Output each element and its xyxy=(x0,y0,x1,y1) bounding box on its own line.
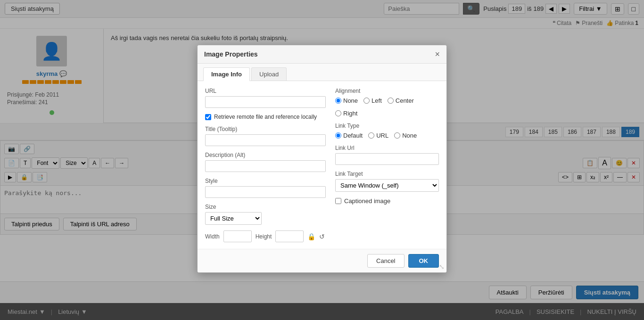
style-input[interactable] xyxy=(205,186,326,198)
width-input[interactable] xyxy=(223,230,252,242)
retrieve-checkbox[interactable] xyxy=(205,114,211,120)
style-group: Style xyxy=(205,178,326,198)
lock-icon[interactable]: 🔒 xyxy=(307,233,315,240)
dialog-close-button[interactable]: × xyxy=(435,50,440,58)
captioned-checkbox[interactable] xyxy=(335,198,341,204)
align-none-option[interactable]: None xyxy=(335,97,358,104)
link-url-group: Link Url xyxy=(335,145,439,165)
description-input[interactable] xyxy=(205,160,326,172)
size-label: Size xyxy=(205,204,326,210)
align-right-radio[interactable] xyxy=(335,110,341,116)
link-type-group: Link Type Default URL None xyxy=(335,123,439,139)
align-left-radio[interactable] xyxy=(363,98,370,104)
link-url-input[interactable] xyxy=(335,153,439,165)
description-label: Description (Alt) xyxy=(205,152,326,158)
title-label: Title (Tooltip) xyxy=(205,126,326,132)
image-properties-dialog: Image Properties × Image Info Upload URL… xyxy=(197,45,447,273)
size-dropdown[interactable]: Full Size Medium Small Custom xyxy=(205,212,262,225)
dialog-ok-button[interactable]: OK xyxy=(408,254,439,268)
captioned-row: Captioned image xyxy=(335,197,439,205)
link-target-dropdown[interactable]: Same Window (_self) New Window (_blank) … xyxy=(335,179,439,192)
align-center-radio[interactable] xyxy=(388,98,394,104)
alignment-radio-row: None Left Center Right xyxy=(335,97,439,117)
tab-upload[interactable]: Upload xyxy=(251,67,287,81)
dialog-right-column: Alignment None Left Center xyxy=(335,88,439,242)
align-right-option[interactable]: Right xyxy=(335,110,357,117)
retrieve-label: Retrieve remote file and reference local… xyxy=(214,114,317,120)
dialog-footer: Cancel OK xyxy=(198,249,446,272)
title-input[interactable] xyxy=(205,134,326,146)
link-none-label: None xyxy=(402,132,417,139)
link-url-radio[interactable] xyxy=(368,132,374,139)
style-label: Style xyxy=(205,178,326,184)
dialog-header: Image Properties × xyxy=(198,45,446,64)
resize-handle-icon[interactable]: ⤡ xyxy=(439,263,445,271)
link-url-label: URL xyxy=(376,132,388,139)
dialog-cancel-button[interactable]: Cancel xyxy=(367,254,404,268)
alignment-label: Alignment xyxy=(335,88,439,94)
url-label: URL xyxy=(205,88,326,94)
wh-row: Width Height 🔒 ↺ xyxy=(205,230,326,242)
link-none-option[interactable]: None xyxy=(394,132,417,139)
retrieve-checkbox-row: Retrieve remote file and reference local… xyxy=(205,114,326,120)
height-input[interactable] xyxy=(275,230,304,242)
url-group: URL xyxy=(205,88,326,108)
title-group: Title (Tooltip) xyxy=(205,126,326,146)
align-center-option[interactable]: Center xyxy=(388,97,414,104)
dialog-title: Image Properties xyxy=(204,50,258,58)
refresh-icon[interactable]: ↺ xyxy=(319,233,325,240)
align-left-option[interactable]: Left xyxy=(363,97,382,104)
align-center-label: Center xyxy=(396,97,414,104)
width-label: Width xyxy=(205,233,220,240)
link-url-option[interactable]: URL xyxy=(368,132,388,139)
align-none-radio[interactable] xyxy=(335,98,341,104)
tab-image-info[interactable]: Image Info xyxy=(203,67,250,81)
align-left-label: Left xyxy=(372,97,382,104)
align-none-label: None xyxy=(343,97,358,104)
link-target-label: Link Target xyxy=(335,171,439,177)
captioned-label: Captioned image xyxy=(344,197,390,205)
link-url-label: Link Url xyxy=(335,145,439,151)
link-default-option[interactable]: Default xyxy=(335,132,363,139)
dialog-body: URL Retrieve remote file and reference l… xyxy=(198,81,446,249)
description-group: Description (Alt) xyxy=(205,152,326,172)
size-group: Size Full Size Medium Small Custom xyxy=(205,204,326,225)
dialog-tabs: Image Info Upload xyxy=(198,64,446,81)
align-right-label: Right xyxy=(343,110,357,117)
alignment-group: Alignment None Left Center xyxy=(335,88,439,117)
url-input[interactable] xyxy=(205,96,326,108)
link-target-group: Link Target Same Window (_self) New Wind… xyxy=(335,171,439,192)
link-default-label: Default xyxy=(343,132,363,139)
height-label: Height xyxy=(256,233,272,240)
link-default-radio[interactable] xyxy=(335,132,341,139)
link-type-label: Link Type xyxy=(335,123,439,129)
dialog-left-column: URL Retrieve remote file and reference l… xyxy=(205,88,326,242)
link-none-radio[interactable] xyxy=(394,132,400,139)
link-type-radio-row: Default URL None xyxy=(335,132,439,139)
